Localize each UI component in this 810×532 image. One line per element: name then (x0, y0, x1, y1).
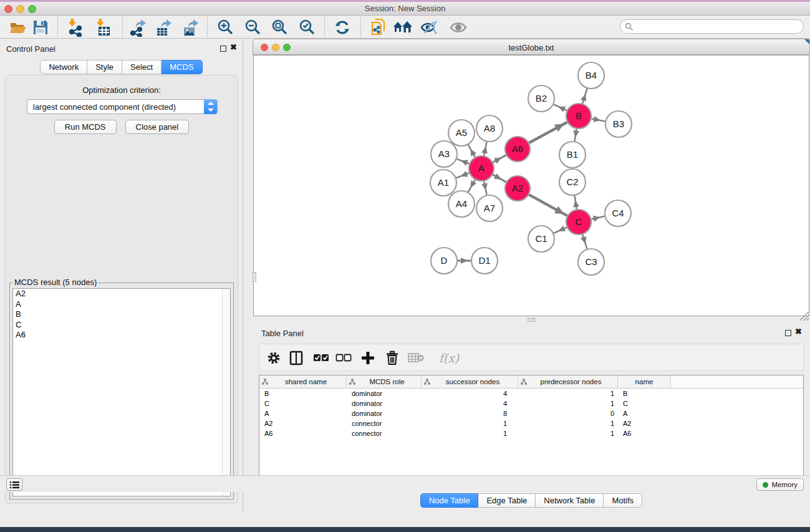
table-cell[interactable]: 0 (518, 409, 618, 418)
deselect-all-rows-icon[interactable] (334, 349, 353, 367)
import-table-icon[interactable] (94, 17, 113, 37)
table-cell[interactable]: A6 (618, 428, 671, 438)
column-header-shared-name[interactable]: shared name (259, 375, 347, 388)
network-canvas[interactable]: B4B2BB3A5A8A6B1A3AA1C2A2A4A7CC4C1C3DD1 (253, 55, 809, 316)
mcds-result-item[interactable]: A2 (13, 289, 230, 299)
node-B4[interactable]: B4 (578, 62, 604, 89)
list-scrollbar[interactable] (222, 289, 230, 496)
delete-columns-trash-icon[interactable] (383, 349, 402, 367)
close-panel-icon[interactable]: ✖ (795, 327, 802, 336)
tab-motifs[interactable]: Motifs (604, 493, 642, 508)
node-B[interactable]: B (566, 104, 591, 128)
app-titlebar[interactable]: Session: New Session (0, 2, 810, 16)
tab-style[interactable]: Style (87, 60, 122, 74)
column-header-name[interactable]: name (618, 375, 671, 388)
table-cell[interactable]: 1 (518, 418, 618, 428)
node-A6[interactable]: A6 (505, 137, 530, 162)
table-cell[interactable]: dominator (347, 389, 422, 399)
table-cell[interactable]: connector (347, 418, 422, 428)
table-cell[interactable]: dominator (347, 399, 422, 409)
node-C3[interactable]: C3 (578, 249, 604, 275)
network-copy-icon[interactable] (369, 17, 388, 37)
node-B3[interactable]: B3 (605, 111, 632, 137)
table-cell[interactable]: 4 (422, 399, 518, 409)
delete-table-icon[interactable] (407, 349, 425, 367)
table-row[interactable]: Bdominator41B (259, 389, 803, 399)
zoom-out-icon[interactable] (243, 17, 263, 37)
node-B1[interactable]: B1 (559, 142, 586, 168)
show-all-icon[interactable] (448, 17, 468, 37)
panel-divider-grip[interactable] (253, 272, 256, 282)
tab-network[interactable]: Network (40, 60, 87, 74)
table-cell[interactable]: 1 (518, 389, 618, 399)
table-cell[interactable]: B (618, 389, 671, 399)
table-cell[interactable]: A (259, 409, 347, 418)
close-panel-icon[interactable]: ✖ (230, 42, 237, 52)
table-row[interactable]: A6connector11A6 (259, 428, 803, 438)
column-header-predecessor-nodes[interactable]: predecessor nodes (518, 375, 618, 388)
table-cell[interactable]: A2 (259, 418, 347, 428)
tab-network-table[interactable]: Network Table (536, 493, 604, 508)
save-session-icon[interactable] (31, 17, 51, 37)
mcds-result-list[interactable]: A2ABCA6 (12, 288, 231, 496)
select-all-rows-icon[interactable] (312, 349, 330, 367)
node-A1[interactable]: A1 (430, 170, 456, 196)
mcds-result-item[interactable]: C (13, 320, 230, 331)
tab-edge-table[interactable]: Edge Table (478, 493, 536, 508)
table-cell[interactable]: 1 (422, 428, 518, 438)
tab-mcds[interactable]: MCDS (162, 60, 202, 74)
node-D[interactable]: D (431, 248, 457, 274)
export-table-icon[interactable] (153, 17, 173, 37)
search-box[interactable] (620, 19, 804, 34)
node-D1[interactable]: D1 (471, 248, 498, 274)
tab-node-table[interactable]: Node Table (420, 493, 479, 508)
node-C[interactable]: C (566, 210, 591, 235)
table-cell[interactable]: dominator (347, 409, 422, 418)
node-A5[interactable]: A5 (448, 120, 475, 146)
table-cell[interactable]: connector (347, 428, 422, 438)
node-A4[interactable]: A4 (448, 191, 475, 217)
table-cell[interactable]: 1 (518, 428, 618, 438)
create-new-column-icon[interactable] (359, 349, 377, 367)
hide-selected-icon[interactable] (420, 17, 440, 37)
node-A2[interactable]: A2 (505, 176, 530, 201)
close-panel-button[interactable]: Close panel (125, 120, 190, 134)
home-view-icon[interactable] (393, 17, 413, 37)
table-cell[interactable]: A6 (259, 428, 347, 438)
column-header-MCDS-role[interactable]: MCDS role (347, 375, 422, 388)
table-row[interactable]: Adominator80A (259, 409, 803, 418)
float-panel-icon[interactable] (785, 330, 791, 336)
table-cell[interactable]: C (618, 399, 671, 409)
float-panel-icon[interactable] (220, 46, 226, 52)
node-A8[interactable]: A8 (476, 115, 503, 142)
table-cell[interactable]: 4 (422, 389, 518, 399)
export-image-icon[interactable] (180, 17, 200, 37)
table-cell[interactable]: C (259, 399, 347, 409)
network-graph[interactable]: B4B2BB3A5A8A6B1A3AA1C2A2A4A7CC4C1C3DD1 (254, 56, 809, 316)
node-C2[interactable]: C2 (559, 169, 586, 195)
network-window-titlebar[interactable]: testGlobe.txt (253, 39, 810, 55)
mcds-result-item[interactable]: A (13, 299, 230, 310)
table-row[interactable]: Cdominator41C (259, 399, 803, 409)
node-A7[interactable]: A7 (476, 195, 503, 221)
table-cell[interactable]: 1 (422, 418, 518, 428)
zoom-fit-icon[interactable] (270, 17, 290, 37)
show-column-icon[interactable] (287, 349, 306, 367)
node-C1[interactable]: C1 (528, 226, 554, 252)
table-cell[interactable]: A2 (618, 418, 671, 428)
apply-layout-icon[interactable] (332, 17, 352, 37)
function-builder-icon[interactable]: f(x) (435, 349, 463, 367)
open-session-icon[interactable] (8, 17, 28, 37)
mcds-result-item[interactable]: A6 (13, 330, 230, 341)
node-A3[interactable]: A3 (431, 141, 457, 167)
zoom-in-icon[interactable] (216, 17, 236, 37)
memory-button[interactable]: Memory (756, 478, 804, 491)
panel-divider-grip[interactable] (528, 318, 535, 322)
window-resize-grip[interactable] (800, 312, 809, 321)
select-stepper-icon[interactable] (204, 99, 217, 114)
run-mcds-button[interactable]: Run MCDS (54, 120, 117, 134)
table-cell[interactable]: 1 (518, 399, 618, 409)
table-cell[interactable]: B (259, 389, 347, 399)
node-A[interactable]: A (469, 156, 494, 181)
search-input[interactable] (635, 21, 798, 32)
